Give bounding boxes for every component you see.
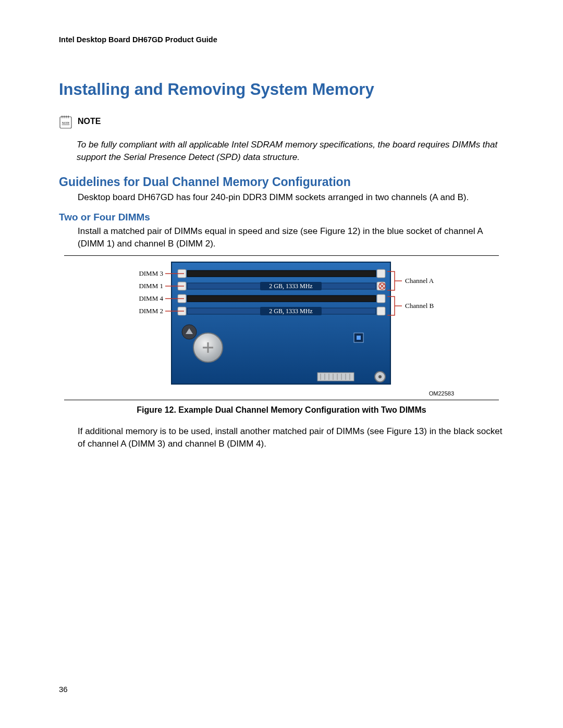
- figure-top-rule: [64, 255, 499, 256]
- running-header: Intel Desktop Board DH67GD Product Guide: [59, 35, 504, 44]
- figure-block: 2 GB, 1333 MHz 2 GB, 1333 MHz: [64, 255, 499, 415]
- svg-rect-40: [357, 336, 361, 340]
- document-page: Intel Desktop Board DH67GD Product Guide…: [0, 0, 563, 728]
- channel-b-label: Channel B: [405, 302, 434, 310]
- page-title: Installing and Removing System Memory: [59, 80, 504, 99]
- channel-a-label: Channel A: [405, 277, 434, 285]
- page-number: 36: [59, 685, 68, 694]
- section-para-2: If additional memory is to be used, inst…: [78, 425, 504, 450]
- svg-rect-18: [377, 307, 385, 315]
- dimm4-label: DIMM 4: [139, 294, 163, 302]
- svg-rect-21: [187, 295, 376, 302]
- section-intro: Desktop board DH67GD has four 240-pin DD…: [78, 191, 504, 204]
- svg-point-51: [378, 375, 382, 378]
- note-icon: NOTE: [59, 114, 72, 129]
- dimm2-spec-label: 2 GB, 1333 MHz: [269, 307, 312, 315]
- note-body: NOTE: [78, 114, 504, 128]
- figure-caption: Figure 12. Example Dual Channel Memory C…: [64, 405, 499, 415]
- svg-text:NOTE: NOTE: [62, 121, 70, 125]
- figure-image: 2 GB, 1333 MHz 2 GB, 1333 MHz: [109, 260, 454, 388]
- svg-rect-19: [187, 270, 376, 277]
- note-text: To be fully compliant with all applicabl…: [77, 139, 504, 164]
- svg-rect-10: [172, 262, 390, 384]
- note-label: NOTE: [78, 117, 504, 126]
- svg-rect-12: [377, 269, 385, 278]
- figure-om-id: OM22583: [429, 390, 454, 397]
- subsection-heading: Two or Four DIMMs: [59, 212, 504, 223]
- dimm2-label: DIMM 2: [139, 307, 163, 315]
- dimm1-spec-label: 2 GB, 1333 MHz: [269, 282, 312, 290]
- svg-rect-41: [317, 373, 354, 381]
- svg-rect-16: [377, 294, 385, 303]
- dimm3-label: DIMM 3: [139, 269, 163, 277]
- section-para-1: Install a matched pair of DIMMs equal in…: [78, 225, 504, 250]
- dimm1-label: DIMM 1: [139, 282, 163, 290]
- note-block: NOTE NOTE: [59, 114, 504, 129]
- figure-bottom-rule: [64, 400, 499, 400]
- section-heading: Guidelines for Dual Channel Memory Confi…: [59, 175, 504, 189]
